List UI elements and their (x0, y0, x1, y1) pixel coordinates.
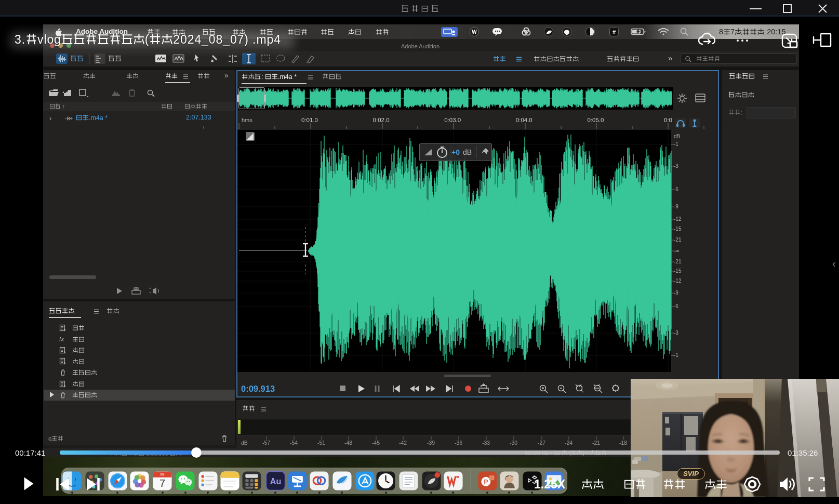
svg-text:P: P (484, 478, 488, 485)
svg-text:7: 7 (159, 478, 165, 489)
svg-text:Au: Au (270, 476, 282, 486)
svg-text:8月: 8月 (160, 473, 164, 476)
